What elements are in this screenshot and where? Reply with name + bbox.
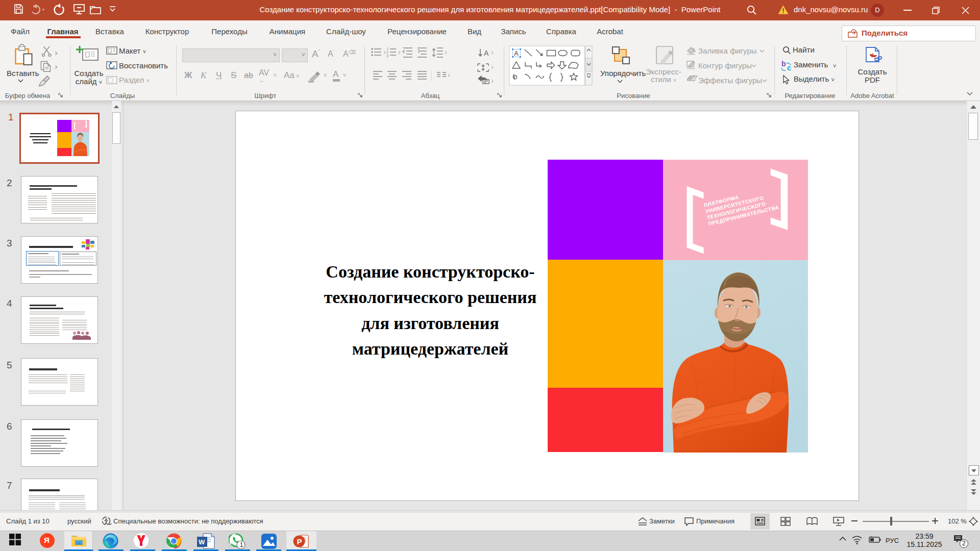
svg-text:b: b [781,60,786,68]
svg-text:А: А [514,49,519,57]
svg-text:1: 1 [386,47,388,51]
svg-text:1: 1 [240,541,243,548]
svg-text:Контур фигуры: Контур фигуры [698,61,752,70]
svg-text:2: 2 [386,51,388,54]
svg-text:P: P [297,537,302,546]
svg-text:W: W [199,538,205,546]
svg-text:3: 3 [386,54,388,58]
svg-text:А: А [484,49,489,57]
svg-text:Эффекты фигуры: Эффекты фигуры [698,76,762,85]
svg-text:Заливка фигуры: Заливка фигуры [698,46,757,55]
